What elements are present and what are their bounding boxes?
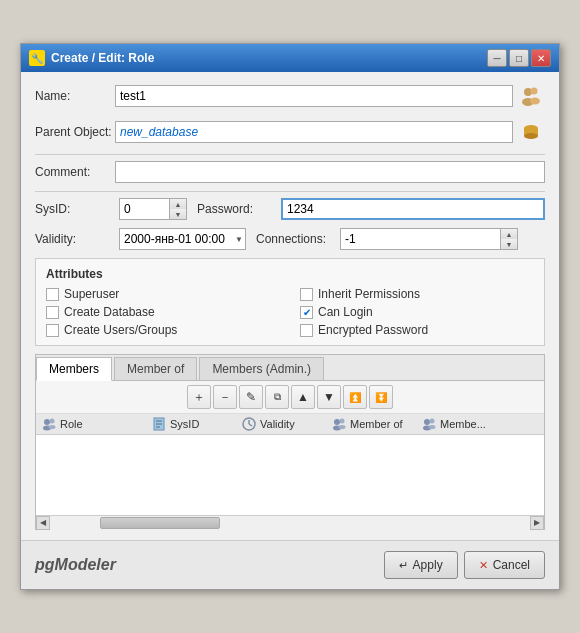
parent-object-row: Parent Object: (35, 118, 545, 146)
table-header: Role SysID (36, 414, 544, 435)
window-icon: 🔧 (29, 50, 45, 66)
close-button[interactable]: ✕ (531, 49, 551, 67)
users-icon (517, 82, 545, 110)
col-sysid-label: SysID (170, 418, 199, 430)
col-membe: Membe... (416, 417, 496, 431)
divider-2 (35, 191, 545, 192)
connections-spinner-buttons: ▲ ▼ (500, 228, 518, 250)
name-input[interactable] (115, 85, 513, 107)
move-top-button[interactable]: ⏫ (343, 385, 367, 409)
tab-members-admin[interactable]: Members (Admin.) (199, 357, 324, 380)
label-encrypted-password: Encrypted Password (318, 323, 428, 337)
svg-point-3 (530, 98, 540, 105)
move-down-button[interactable]: ▼ (317, 385, 341, 409)
connections-input[interactable] (340, 228, 500, 250)
attr-create-users-groups: Create Users/Groups (46, 323, 280, 337)
apply-button[interactable]: ↵ Apply (384, 551, 458, 579)
validity-group: Validity: 2000-янв-01 00:00 ▼ (35, 228, 246, 250)
col-validity-icon (242, 417, 256, 431)
checkbox-encrypted-password[interactable] (300, 324, 313, 337)
name-label: Name: (35, 89, 115, 103)
tab-member-of[interactable]: Member of (114, 357, 197, 380)
sysid-input[interactable] (119, 198, 169, 220)
database-icon (517, 118, 545, 146)
copy-row-button[interactable]: ⧉ (265, 385, 289, 409)
tab-members[interactable]: Members (36, 357, 112, 381)
apply-label: Apply (413, 558, 443, 572)
svg-point-21 (339, 425, 346, 429)
sysid-spinner-buttons: ▲ ▼ (169, 198, 187, 220)
parent-object-input[interactable] (115, 121, 513, 143)
minimize-button[interactable]: ─ (487, 49, 507, 67)
connections-down-btn[interactable]: ▼ (501, 239, 517, 249)
title-bar: 🔧 Create / Edit: Role ─ □ ✕ (21, 44, 559, 72)
move-bottom-button[interactable]: ⏬ (369, 385, 393, 409)
table-body (36, 435, 544, 515)
svg-point-24 (430, 419, 435, 424)
label-inherit-permissions: Inherit Permissions (318, 287, 420, 301)
validity-select-wrapper: 2000-янв-01 00:00 ▼ (119, 228, 246, 250)
title-bar-buttons: ─ □ ✕ (487, 49, 551, 67)
horizontal-scrollbar[interactable]: ◀ ▶ (36, 515, 544, 529)
maximize-button[interactable]: □ (509, 49, 529, 67)
connections-spinner: ▲ ▼ (340, 228, 518, 250)
connections-group: Connections: ▲ ▼ (256, 228, 518, 250)
password-label: Password: (197, 202, 277, 216)
attr-encrypted-password: Encrypted Password (300, 323, 534, 337)
comment-input[interactable] (115, 161, 545, 183)
scroll-left-btn[interactable]: ◀ (36, 516, 50, 530)
sysid-label: SysID: (35, 202, 115, 216)
checkbox-inherit-permissions[interactable] (300, 288, 313, 301)
add-row-button[interactable]: ＋ (187, 385, 211, 409)
window-title: Create / Edit: Role (51, 51, 154, 65)
checkbox-can-login[interactable]: ✔ (300, 306, 313, 319)
svg-line-17 (249, 424, 252, 426)
connections-up-btn[interactable]: ▲ (501, 229, 517, 239)
cancel-label: Cancel (493, 558, 530, 572)
remove-row-button[interactable]: － (213, 385, 237, 409)
footer: pgModeler ↵ Apply ✕ Cancel (21, 540, 559, 589)
col-role-label: Role (60, 418, 83, 430)
attributes-title: Attributes (46, 267, 534, 281)
tab-bar: Members Member of Members (Admin.) (36, 355, 544, 381)
attr-inherit-permissions: Inherit Permissions (300, 287, 534, 301)
sysid-down-btn[interactable]: ▼ (170, 209, 186, 219)
svg-point-6 (524, 133, 538, 139)
checkbox-create-database[interactable] (46, 306, 59, 319)
col-member-of-icon (332, 417, 346, 431)
checkbox-superuser[interactable] (46, 288, 59, 301)
edit-row-button[interactable]: ✎ (239, 385, 263, 409)
name-row: Name: (35, 82, 545, 110)
comment-row: Comment: (35, 161, 545, 183)
sysid-group: SysID: ▲ ▼ (35, 198, 187, 220)
scrollbar-track[interactable] (50, 516, 530, 530)
svg-point-20 (340, 419, 345, 424)
col-role-icon (42, 417, 56, 431)
title-bar-left: 🔧 Create / Edit: Role (29, 50, 154, 66)
scroll-right-btn[interactable]: ▶ (530, 516, 544, 530)
svg-point-10 (49, 425, 56, 429)
move-up-button[interactable]: ▲ (291, 385, 315, 409)
validity-label: Validity: (35, 232, 115, 246)
label-can-login: Can Login (318, 305, 373, 319)
sysid-up-btn[interactable]: ▲ (170, 199, 186, 209)
svg-point-7 (44, 419, 50, 425)
app-logo: pgModeler (35, 556, 116, 574)
password-input[interactable] (281, 198, 545, 220)
label-create-users-groups: Create Users/Groups (64, 323, 177, 337)
col-member-of-label: Member of (350, 418, 403, 430)
col-member-of: Member of (326, 417, 416, 431)
col-sysid: SysID (146, 417, 236, 431)
comment-label: Comment: (35, 165, 115, 179)
validity-select[interactable]: 2000-янв-01 00:00 (119, 228, 246, 250)
checkbox-create-users-groups[interactable] (46, 324, 59, 337)
main-window: 🔧 Create / Edit: Role ─ □ ✕ Name: (20, 43, 560, 590)
cancel-button[interactable]: ✕ Cancel (464, 551, 545, 579)
label-create-database: Create Database (64, 305, 155, 319)
col-membe-label: Membe... (440, 418, 486, 430)
col-role: Role (36, 417, 146, 431)
apply-icon: ↵ (399, 559, 408, 572)
scrollbar-thumb[interactable] (100, 517, 220, 529)
attributes-grid: Superuser Inherit Permissions Create Dat… (46, 287, 534, 337)
footer-buttons: ↵ Apply ✕ Cancel (384, 551, 545, 579)
